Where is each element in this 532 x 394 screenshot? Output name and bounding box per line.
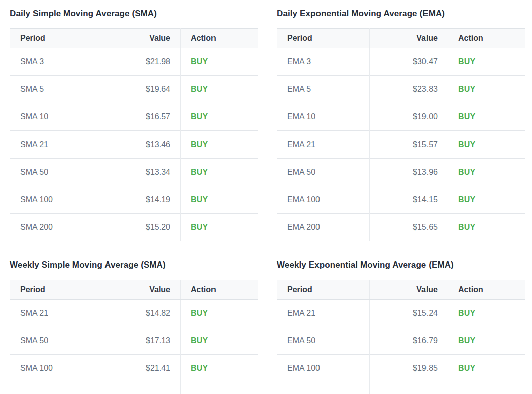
value-cell: $19.64 xyxy=(102,76,181,103)
period-cell: SMA 21 xyxy=(10,131,102,159)
column-header-value: Value xyxy=(370,280,448,300)
table-row: SMA 100$14.19BUY xyxy=(10,186,258,214)
action-buy-label: BUY xyxy=(458,112,475,121)
ma-table-weekly-sma: PeriodValueActionSMA 21$14.82BUYSMA 50$1… xyxy=(10,280,258,394)
column-header-period: Period xyxy=(277,280,370,300)
column-header-period: Period xyxy=(277,29,370,48)
action-cell: BUY xyxy=(181,327,258,355)
period-cell: EMA 100 xyxy=(277,186,370,214)
value-cell: $13.96 xyxy=(370,159,448,186)
tables-grid: Daily Simple Moving Average (SMA)PeriodV… xyxy=(10,8,532,394)
table-row: SMA 50$13.34BUY xyxy=(10,159,258,186)
table-row: SMA 3$21.98BUY xyxy=(10,48,258,76)
action-cell: BUY xyxy=(448,48,525,76)
value-cell: $13.34 xyxy=(102,159,181,186)
header-row: PeriodValueAction xyxy=(277,280,525,300)
moving-averages-page: Daily Simple Moving Average (SMA)PeriodV… xyxy=(0,0,532,394)
action-buy-label: BUY xyxy=(458,223,475,231)
value-cell: $15.65 xyxy=(370,214,448,241)
action-buy-label: BUY xyxy=(191,112,208,121)
action-cell: BUY xyxy=(181,76,258,103)
table-row: EMA 50$16.79BUY xyxy=(277,327,525,355)
action-buy-label: BUY xyxy=(191,140,208,149)
empty-cell xyxy=(277,382,370,394)
action-buy-label: BUY xyxy=(191,57,208,66)
action-cell: BUY xyxy=(181,214,258,241)
period-cell: SMA 50 xyxy=(10,327,102,355)
period-cell: EMA 100 xyxy=(277,355,370,382)
value-cell: $16.57 xyxy=(102,103,181,131)
action-cell: BUY xyxy=(181,300,258,327)
value-cell: $19.85 xyxy=(370,355,448,382)
period-cell: SMA 100 xyxy=(10,355,102,382)
column-header-action: Action xyxy=(448,29,525,48)
ma-section-daily-ema: Daily Exponential Moving Average (EMA)Pe… xyxy=(277,8,525,241)
action-buy-label: BUY xyxy=(458,57,475,66)
value-cell: $17.13 xyxy=(102,327,181,355)
value-cell: $15.20 xyxy=(102,214,181,241)
ma-table-daily-ema: PeriodValueActionEMA 3$30.47BUYEMA 5$23.… xyxy=(277,28,525,241)
column-header-period: Period xyxy=(10,29,102,48)
value-cell: $21.41 xyxy=(102,355,181,382)
table-row: EMA 200$15.65BUY xyxy=(277,214,525,241)
table-title-daily-ema: Daily Exponential Moving Average (EMA) xyxy=(277,8,525,19)
table-row-partial xyxy=(10,382,258,394)
action-cell: BUY xyxy=(181,103,258,131)
value-cell: $16.79 xyxy=(370,327,448,355)
column-header-action: Action xyxy=(181,280,258,300)
value-cell: $30.47 xyxy=(370,48,448,76)
action-cell: BUY xyxy=(448,103,525,131)
period-cell: SMA 5 xyxy=(10,76,102,103)
ma-section-daily-sma: Daily Simple Moving Average (SMA)PeriodV… xyxy=(10,8,258,241)
column-header-value: Value xyxy=(102,280,181,300)
period-cell: EMA 200 xyxy=(277,214,370,241)
action-cell: BUY xyxy=(448,214,525,241)
value-cell: $14.15 xyxy=(370,186,448,214)
period-cell: SMA 100 xyxy=(10,186,102,214)
table-row: SMA 200$15.20BUY xyxy=(10,214,258,241)
empty-cell xyxy=(448,382,525,394)
action-buy-label: BUY xyxy=(458,336,475,345)
column-header-action: Action xyxy=(448,280,525,300)
action-cell: BUY xyxy=(181,159,258,186)
action-buy-label: BUY xyxy=(458,140,475,149)
table-row: EMA 100$19.85BUY xyxy=(277,355,525,382)
table-row: SMA 5$19.64BUY xyxy=(10,76,258,103)
value-cell: $19.00 xyxy=(370,103,448,131)
action-cell: BUY xyxy=(181,131,258,159)
action-buy-label: BUY xyxy=(191,309,208,317)
empty-cell xyxy=(10,382,102,394)
table-title-daily-sma: Daily Simple Moving Average (SMA) xyxy=(10,8,258,19)
period-cell: EMA 5 xyxy=(277,76,370,103)
table-title-weekly-ema: Weekly Exponential Moving Average (EMA) xyxy=(277,259,525,271)
column-header-period: Period xyxy=(10,280,102,300)
column-header-value: Value xyxy=(370,29,448,48)
action-buy-label: BUY xyxy=(458,168,475,176)
action-buy-label: BUY xyxy=(458,195,475,204)
value-cell: $13.46 xyxy=(102,131,181,159)
action-cell: BUY xyxy=(181,48,258,76)
ma-section-weekly-ema: Weekly Exponential Moving Average (EMA)P… xyxy=(277,259,525,394)
header-row: PeriodValueAction xyxy=(277,29,525,48)
value-cell: $15.24 xyxy=(370,300,448,327)
value-cell: $14.82 xyxy=(102,300,181,327)
action-buy-label: BUY xyxy=(191,364,208,372)
period-cell: EMA 21 xyxy=(277,300,370,327)
action-cell: BUY xyxy=(448,186,525,214)
action-buy-label: BUY xyxy=(458,85,475,93)
column-header-action: Action xyxy=(181,29,258,48)
table-row: EMA 5$23.83BUY xyxy=(277,76,525,103)
table-title-weekly-sma: Weekly Simple Moving Average (SMA) xyxy=(10,259,258,271)
action-buy-label: BUY xyxy=(191,195,208,204)
ma-table-daily-sma: PeriodValueActionSMA 3$21.98BUYSMA 5$19.… xyxy=(10,28,258,241)
table-row: SMA 21$14.82BUY xyxy=(10,300,258,327)
period-cell: EMA 21 xyxy=(277,131,370,159)
table-row: EMA 100$14.15BUY xyxy=(277,186,525,214)
period-cell: EMA 50 xyxy=(277,159,370,186)
table-row: EMA 21$15.57BUY xyxy=(277,131,525,159)
action-cell: BUY xyxy=(448,327,525,355)
value-cell: $15.57 xyxy=(370,131,448,159)
table-row: SMA 100$21.41BUY xyxy=(10,355,258,382)
action-buy-label: BUY xyxy=(191,223,208,231)
table-row-partial xyxy=(277,382,525,394)
